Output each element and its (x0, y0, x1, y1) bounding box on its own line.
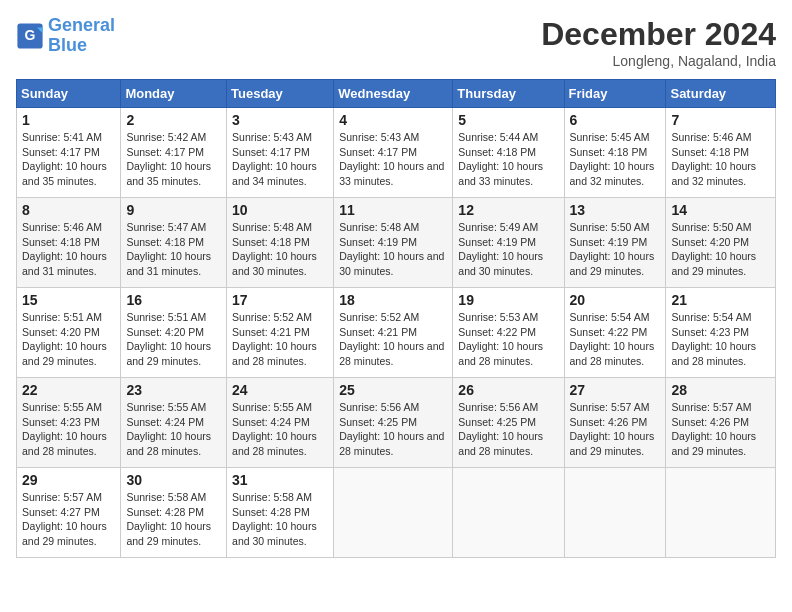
day-number: 28 (671, 382, 770, 398)
day-number: 3 (232, 112, 328, 128)
day-number: 10 (232, 202, 328, 218)
cell-content: Sunrise: 5:57 AMSunset: 4:26 PMDaylight:… (671, 401, 756, 457)
cell-content: Sunrise: 5:54 AMSunset: 4:22 PMDaylight:… (570, 311, 655, 367)
cell-content: Sunrise: 5:50 AMSunset: 4:20 PMDaylight:… (671, 221, 756, 277)
day-cell: 15 Sunrise: 5:51 AMSunset: 4:20 PMDaylig… (17, 288, 121, 378)
cell-content: Sunrise: 5:58 AMSunset: 4:28 PMDaylight:… (232, 491, 317, 547)
cell-content: Sunrise: 5:47 AMSunset: 4:18 PMDaylight:… (126, 221, 211, 277)
day-number: 26 (458, 382, 558, 398)
month-title: December 2024 (541, 16, 776, 53)
day-cell: 24 Sunrise: 5:55 AMSunset: 4:24 PMDaylig… (227, 378, 334, 468)
day-number: 6 (570, 112, 661, 128)
svg-text:G: G (25, 27, 36, 43)
day-cell: 23 Sunrise: 5:55 AMSunset: 4:24 PMDaylig… (121, 378, 227, 468)
day-cell: 18 Sunrise: 5:52 AMSunset: 4:21 PMDaylig… (334, 288, 453, 378)
day-cell: 28 Sunrise: 5:57 AMSunset: 4:26 PMDaylig… (666, 378, 776, 468)
cell-content: Sunrise: 5:44 AMSunset: 4:18 PMDaylight:… (458, 131, 543, 187)
day-cell (564, 468, 666, 558)
day-number: 9 (126, 202, 221, 218)
day-cell: 13 Sunrise: 5:50 AMSunset: 4:19 PMDaylig… (564, 198, 666, 288)
day-number: 4 (339, 112, 447, 128)
day-header-sunday: Sunday (17, 80, 121, 108)
day-header-tuesday: Tuesday (227, 80, 334, 108)
week-row-4: 22 Sunrise: 5:55 AMSunset: 4:23 PMDaylig… (17, 378, 776, 468)
day-cell: 3 Sunrise: 5:43 AMSunset: 4:17 PMDayligh… (227, 108, 334, 198)
day-header-wednesday: Wednesday (334, 80, 453, 108)
cell-content: Sunrise: 5:41 AMSunset: 4:17 PMDaylight:… (22, 131, 107, 187)
cell-content: Sunrise: 5:49 AMSunset: 4:19 PMDaylight:… (458, 221, 543, 277)
cell-content: Sunrise: 5:45 AMSunset: 4:18 PMDaylight:… (570, 131, 655, 187)
day-number: 12 (458, 202, 558, 218)
day-cell: 31 Sunrise: 5:58 AMSunset: 4:28 PMDaylig… (227, 468, 334, 558)
day-number: 30 (126, 472, 221, 488)
cell-content: Sunrise: 5:57 AMSunset: 4:26 PMDaylight:… (570, 401, 655, 457)
day-number: 15 (22, 292, 115, 308)
day-cell: 2 Sunrise: 5:42 AMSunset: 4:17 PMDayligh… (121, 108, 227, 198)
day-number: 18 (339, 292, 447, 308)
day-header-monday: Monday (121, 80, 227, 108)
day-number: 22 (22, 382, 115, 398)
cell-content: Sunrise: 5:58 AMSunset: 4:28 PMDaylight:… (126, 491, 211, 547)
cell-content: Sunrise: 5:48 AMSunset: 4:19 PMDaylight:… (339, 221, 444, 277)
cell-content: Sunrise: 5:55 AMSunset: 4:23 PMDaylight:… (22, 401, 107, 457)
day-number: 24 (232, 382, 328, 398)
day-number: 1 (22, 112, 115, 128)
day-number: 21 (671, 292, 770, 308)
cell-content: Sunrise: 5:57 AMSunset: 4:27 PMDaylight:… (22, 491, 107, 547)
day-number: 31 (232, 472, 328, 488)
day-cell: 19 Sunrise: 5:53 AMSunset: 4:22 PMDaylig… (453, 288, 564, 378)
day-number: 14 (671, 202, 770, 218)
cell-content: Sunrise: 5:56 AMSunset: 4:25 PMDaylight:… (458, 401, 543, 457)
day-cell: 1 Sunrise: 5:41 AMSunset: 4:17 PMDayligh… (17, 108, 121, 198)
day-cell (666, 468, 776, 558)
day-number: 19 (458, 292, 558, 308)
day-cell: 25 Sunrise: 5:56 AMSunset: 4:25 PMDaylig… (334, 378, 453, 468)
day-number: 16 (126, 292, 221, 308)
cell-content: Sunrise: 5:55 AMSunset: 4:24 PMDaylight:… (126, 401, 211, 457)
cell-content: Sunrise: 5:54 AMSunset: 4:23 PMDaylight:… (671, 311, 756, 367)
logo-icon: G (16, 22, 44, 50)
day-number: 25 (339, 382, 447, 398)
day-number: 27 (570, 382, 661, 398)
calendar-table: SundayMondayTuesdayWednesdayThursdayFrid… (16, 79, 776, 558)
day-cell: 14 Sunrise: 5:50 AMSunset: 4:20 PMDaylig… (666, 198, 776, 288)
cell-content: Sunrise: 5:55 AMSunset: 4:24 PMDaylight:… (232, 401, 317, 457)
page-header: G General Blue December 2024 Longleng, N… (16, 16, 776, 69)
cell-content: Sunrise: 5:51 AMSunset: 4:20 PMDaylight:… (126, 311, 211, 367)
week-row-2: 8 Sunrise: 5:46 AMSunset: 4:18 PMDayligh… (17, 198, 776, 288)
day-cell: 29 Sunrise: 5:57 AMSunset: 4:27 PMDaylig… (17, 468, 121, 558)
day-number: 8 (22, 202, 115, 218)
week-row-3: 15 Sunrise: 5:51 AMSunset: 4:20 PMDaylig… (17, 288, 776, 378)
day-cell: 9 Sunrise: 5:47 AMSunset: 4:18 PMDayligh… (121, 198, 227, 288)
cell-content: Sunrise: 5:42 AMSunset: 4:17 PMDaylight:… (126, 131, 211, 187)
day-cell: 11 Sunrise: 5:48 AMSunset: 4:19 PMDaylig… (334, 198, 453, 288)
cell-content: Sunrise: 5:43 AMSunset: 4:17 PMDaylight:… (232, 131, 317, 187)
day-cell: 16 Sunrise: 5:51 AMSunset: 4:20 PMDaylig… (121, 288, 227, 378)
logo: G General Blue (16, 16, 115, 56)
week-row-5: 29 Sunrise: 5:57 AMSunset: 4:27 PMDaylig… (17, 468, 776, 558)
day-number: 13 (570, 202, 661, 218)
cell-content: Sunrise: 5:53 AMSunset: 4:22 PMDaylight:… (458, 311, 543, 367)
day-cell: 5 Sunrise: 5:44 AMSunset: 4:18 PMDayligh… (453, 108, 564, 198)
day-header-saturday: Saturday (666, 80, 776, 108)
day-number: 5 (458, 112, 558, 128)
location: Longleng, Nagaland, India (541, 53, 776, 69)
day-number: 2 (126, 112, 221, 128)
day-cell: 7 Sunrise: 5:46 AMSunset: 4:18 PMDayligh… (666, 108, 776, 198)
day-cell: 4 Sunrise: 5:43 AMSunset: 4:17 PMDayligh… (334, 108, 453, 198)
day-number: 17 (232, 292, 328, 308)
day-cell: 21 Sunrise: 5:54 AMSunset: 4:23 PMDaylig… (666, 288, 776, 378)
day-number: 11 (339, 202, 447, 218)
cell-content: Sunrise: 5:46 AMSunset: 4:18 PMDaylight:… (22, 221, 107, 277)
day-cell: 12 Sunrise: 5:49 AMSunset: 4:19 PMDaylig… (453, 198, 564, 288)
cell-content: Sunrise: 5:50 AMSunset: 4:19 PMDaylight:… (570, 221, 655, 277)
day-cell: 20 Sunrise: 5:54 AMSunset: 4:22 PMDaylig… (564, 288, 666, 378)
day-cell (334, 468, 453, 558)
cell-content: Sunrise: 5:56 AMSunset: 4:25 PMDaylight:… (339, 401, 444, 457)
day-cell: 6 Sunrise: 5:45 AMSunset: 4:18 PMDayligh… (564, 108, 666, 198)
cell-content: Sunrise: 5:51 AMSunset: 4:20 PMDaylight:… (22, 311, 107, 367)
day-cell: 17 Sunrise: 5:52 AMSunset: 4:21 PMDaylig… (227, 288, 334, 378)
day-cell: 10 Sunrise: 5:48 AMSunset: 4:18 PMDaylig… (227, 198, 334, 288)
day-cell: 26 Sunrise: 5:56 AMSunset: 4:25 PMDaylig… (453, 378, 564, 468)
day-number: 20 (570, 292, 661, 308)
